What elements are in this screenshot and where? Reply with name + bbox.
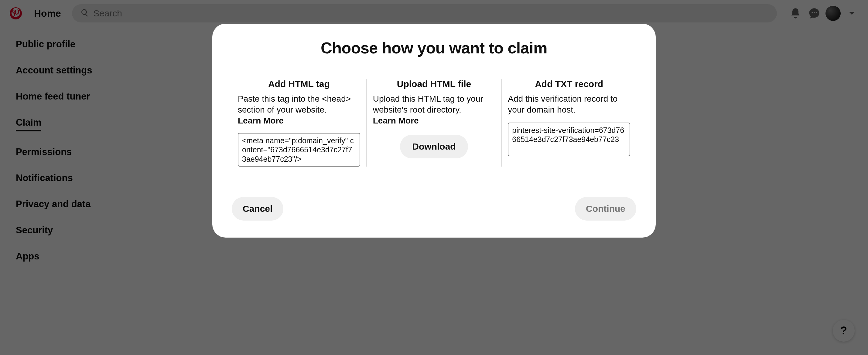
option-add-txt-record[interactable]: Add TXT record Add this verification rec… — [501, 79, 636, 167]
modal-footer: Cancel Continue — [232, 197, 636, 221]
option-upload-html-file[interactable]: Upload HTML file Upload this HTML tag to… — [366, 79, 501, 167]
option-title: Add HTML tag — [238, 79, 360, 89]
option-title: Add TXT record — [508, 79, 630, 89]
modal-overlay: Choose how you want to claim Add HTML ta… — [0, 0, 868, 355]
continue-button[interactable]: Continue — [575, 197, 636, 221]
learn-more-link[interactable]: Learn More — [373, 116, 495, 126]
claim-options: Add HTML tag Paste this tag into the <he… — [232, 79, 636, 167]
option-desc: Add this verification record to your dom… — [508, 94, 630, 115]
option-add-html-tag[interactable]: Add HTML tag Paste this tag into the <he… — [232, 79, 366, 167]
option-title: Upload HTML file — [373, 79, 495, 89]
claim-modal: Choose how you want to claim Add HTML ta… — [212, 24, 656, 238]
html-tag-code[interactable] — [238, 133, 360, 167]
option-desc: Upload this HTML tag to your website's r… — [373, 94, 495, 115]
option-desc: Paste this tag into the <head> section o… — [238, 94, 360, 115]
download-button[interactable]: Download — [400, 135, 468, 158]
modal-title: Choose how you want to claim — [232, 39, 636, 57]
cancel-button[interactable]: Cancel — [232, 197, 283, 221]
txt-record-code[interactable] — [508, 122, 630, 156]
learn-more-link[interactable]: Learn More — [238, 116, 360, 126]
